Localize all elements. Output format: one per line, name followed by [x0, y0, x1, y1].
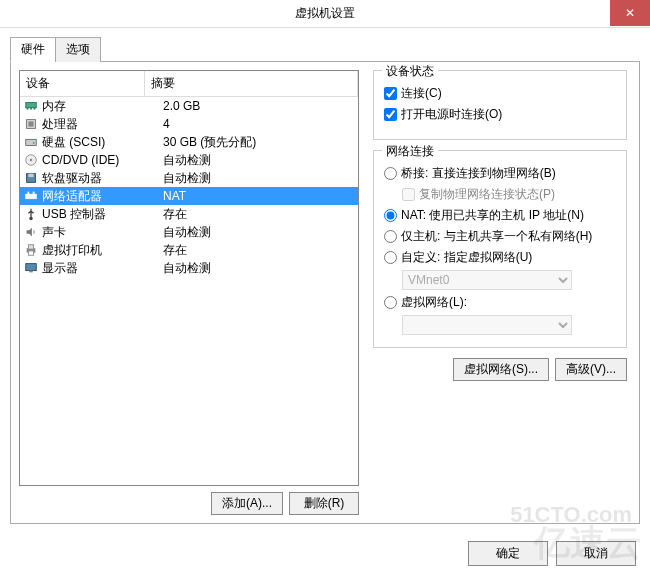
replicate-checkbox	[402, 188, 415, 201]
cd-icon	[24, 153, 40, 167]
device-row-sound[interactable]: 声卡自动检测	[20, 223, 358, 241]
connect-at-power-label: 打开电源时连接(O)	[401, 106, 502, 123]
svg-rect-1	[27, 108, 29, 110]
cancel-button[interactable]: 取消	[556, 541, 636, 566]
floppy-icon	[24, 171, 40, 185]
usb-icon	[24, 207, 40, 221]
close-icon: ✕	[625, 6, 635, 20]
connected-checkbox[interactable]	[384, 87, 397, 100]
device-row-printer[interactable]: 虚拟打印机存在	[20, 241, 358, 259]
svg-rect-19	[26, 264, 37, 271]
display-icon	[24, 261, 40, 275]
replicate-label: 复制物理网络连接状态(P)	[419, 186, 555, 203]
device-row-floppy[interactable]: 软盘驱动器自动检测	[20, 169, 358, 187]
lanseg-radio[interactable]	[384, 296, 397, 309]
svg-rect-0	[26, 103, 37, 108]
window-title: 虚拟机设置	[295, 5, 355, 22]
close-button[interactable]: ✕	[610, 0, 650, 26]
tab-options[interactable]: 选项	[55, 37, 101, 62]
svg-point-9	[30, 159, 33, 162]
title-bar: 虚拟机设置 ✕	[0, 0, 650, 28]
sound-icon	[24, 225, 40, 239]
hostonly-label: 仅主机: 与主机共享一个私有网络(H)	[401, 228, 592, 245]
connect-at-power-checkbox[interactable]	[384, 108, 397, 121]
column-device[interactable]: 设备	[20, 71, 145, 96]
vmnet-select: VMnet0	[402, 270, 572, 290]
bridged-radio[interactable]	[384, 167, 397, 180]
svg-rect-6	[26, 139, 37, 145]
printer-icon	[24, 243, 40, 257]
network-title: 网络连接	[382, 143, 438, 160]
memory-icon	[24, 99, 40, 113]
nat-radio[interactable]	[384, 209, 397, 222]
remove-button[interactable]: 删除(R)	[289, 492, 359, 515]
svg-rect-20	[29, 271, 33, 273]
hostonly-radio[interactable]	[384, 230, 397, 243]
custom-radio[interactable]	[384, 251, 397, 264]
lanseg-select	[402, 315, 572, 335]
svg-rect-13	[28, 192, 30, 196]
device-state-group: 设备状态 连接(C) 打开电源时连接(O)	[373, 70, 627, 140]
device-row-processor[interactable]: 处理器4	[20, 115, 358, 133]
device-row-network[interactable]: 网络适配器NAT	[20, 187, 358, 205]
device-list: 设备 摘要 内存2.0 GB 处理器4 硬盘 (SCSI)30 GB (预先分配…	[19, 70, 359, 486]
tab-strip: 硬件 选项	[10, 36, 640, 62]
device-row-harddisk[interactable]: 硬盘 (SCSI)30 GB (预先分配)	[20, 133, 358, 151]
svg-rect-17	[28, 245, 33, 249]
column-summary[interactable]: 摘要	[145, 71, 358, 96]
device-row-memory[interactable]: 内存2.0 GB	[20, 97, 358, 115]
svg-rect-11	[28, 174, 33, 178]
svg-rect-3	[34, 108, 36, 110]
svg-rect-5	[28, 121, 33, 126]
hdd-icon	[24, 135, 40, 149]
network-icon	[24, 189, 40, 203]
svg-rect-18	[28, 251, 33, 255]
advanced-button[interactable]: 高级(V)...	[555, 358, 627, 381]
virtual-network-button[interactable]: 虚拟网络(S)...	[453, 358, 549, 381]
lanseg-label: 虚拟网络(L):	[401, 294, 467, 311]
custom-label: 自定义: 指定虚拟网络(U)	[401, 249, 532, 266]
svg-point-15	[29, 217, 33, 221]
device-row-cddvd[interactable]: CD/DVD (IDE)自动检测	[20, 151, 358, 169]
network-connection-group: 网络连接 桥接: 直接连接到物理网络(B) 复制物理网络连接状态(P) NAT:…	[373, 150, 627, 348]
cpu-icon	[24, 117, 40, 131]
ok-button[interactable]: 确定	[468, 541, 548, 566]
svg-point-7	[33, 142, 35, 144]
device-row-display[interactable]: 显示器自动检测	[20, 259, 358, 277]
tab-hardware[interactable]: 硬件	[10, 37, 56, 62]
connected-label: 连接(C)	[401, 85, 442, 102]
svg-rect-12	[26, 194, 37, 198]
nat-label: NAT: 使用已共享的主机 IP 地址(N)	[401, 207, 584, 224]
svg-rect-14	[33, 192, 35, 196]
svg-rect-2	[30, 108, 32, 110]
list-header: 设备 摘要	[20, 71, 358, 97]
device-state-title: 设备状态	[382, 63, 438, 80]
add-button[interactable]: 添加(A)...	[211, 492, 283, 515]
bridged-label: 桥接: 直接连接到物理网络(B)	[401, 165, 556, 182]
device-row-usb[interactable]: USB 控制器存在	[20, 205, 358, 223]
